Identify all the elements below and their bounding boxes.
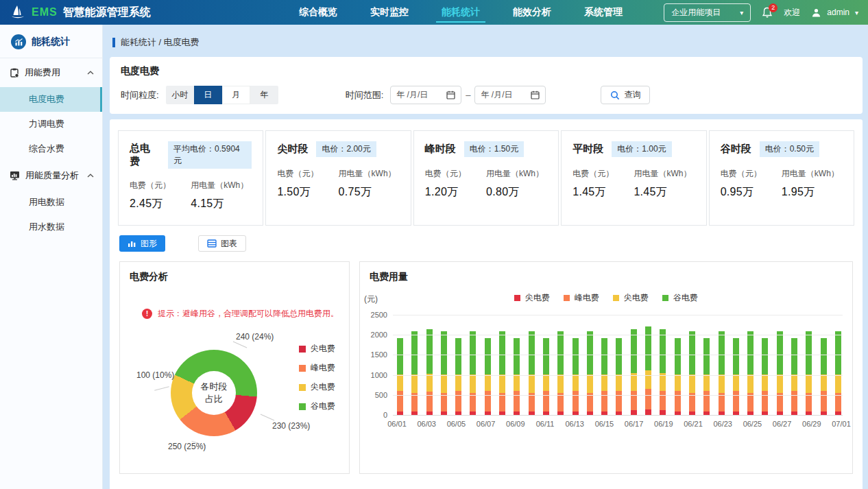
- bar-stack: [747, 331, 754, 416]
- legend-label: 尖电费: [311, 381, 335, 393]
- granularity-day[interactable]: 日: [194, 86, 222, 104]
- start-date-input[interactable]: 年 /月/日: [390, 86, 461, 104]
- legend-item-flat[interactable]: 尖电费: [613, 292, 649, 304]
- legend-item-flat[interactable]: 尖电费: [299, 381, 335, 393]
- welcome-text: 欢迎: [784, 7, 800, 19]
- bar-segment: [411, 374, 418, 393]
- sidebar-group-quality-analysis[interactable]: 用能质量分析: [0, 161, 102, 190]
- donut-label-red: 230 (23%): [272, 421, 310, 431]
- bar-stack: [485, 338, 491, 416]
- legend-item-peak[interactable]: 峰电费: [299, 362, 335, 374]
- bar-segment: [485, 374, 491, 391]
- bar-segment: [616, 374, 622, 391]
- bar-stack: [557, 331, 564, 416]
- bar-segment: [616, 391, 622, 412]
- user-menu[interactable]: admin ▾: [811, 8, 858, 18]
- bar-segment: [529, 331, 535, 375]
- x-tick-label: 06/27: [773, 420, 792, 428]
- granularity-month[interactable]: 月: [222, 86, 250, 104]
- sidebar-item-water-data[interactable]: 用水数据: [0, 215, 102, 239]
- bar-segment: [719, 331, 725, 375]
- user-icon: [811, 8, 821, 18]
- bar-stack: [689, 331, 695, 416]
- sidebar-item-power-factor-fee[interactable]: 力调电费: [0, 112, 102, 136]
- bar-stack: [441, 331, 447, 416]
- bar-stack: [631, 329, 637, 416]
- bar-stack: [529, 331, 535, 416]
- user-chevron-down-icon: ▾: [855, 9, 858, 16]
- usage-value: 1.95万: [782, 185, 843, 200]
- stat-card-total: 总电费 平均电价：0.5904元 电费（元）2.45万 用电量（kWh）4.15…: [118, 130, 263, 226]
- sidebar-group-energy-cost[interactable]: 用能费用: [0, 58, 102, 87]
- bar-stack: [411, 331, 418, 416]
- granularity-hour[interactable]: 小时: [166, 86, 194, 104]
- start-date-placeholder: 年 /月/日: [396, 89, 442, 101]
- stat-title: 峰时段: [425, 143, 456, 156]
- chart-view-button[interactable]: 图形: [119, 235, 165, 252]
- bar-stack: [645, 326, 651, 416]
- bar-segment: [397, 391, 403, 412]
- legend-label: 尖电费: [624, 292, 649, 304]
- bar-segment: [411, 393, 418, 411]
- clipboard-icon: [10, 68, 19, 77]
- legend-item-sharp[interactable]: 尖电费: [299, 343, 335, 355]
- notification-bell[interactable]: 2: [762, 7, 773, 19]
- top-nav: 综合概览 实时监控 能耗统计 能效分析 系统管理: [298, 1, 624, 24]
- nav-energy-statistics[interactable]: 能耗统计: [440, 1, 481, 24]
- usage-value: 0.80万: [486, 185, 547, 200]
- fee-value: 1.50万: [277, 185, 338, 200]
- bar-segment: [470, 393, 476, 411]
- legend-item-valley[interactable]: 谷电费: [299, 401, 335, 412]
- bar-segment: [470, 374, 476, 393]
- legend-item-sharp[interactable]: 尖电费: [514, 292, 550, 304]
- gridline: 2500: [393, 315, 843, 315]
- bar-segment: [557, 374, 564, 393]
- fee-usage-card: 电费用量 (元) 尖电费 峰电费 尖电费 谷电费 06/0106/0306/05…: [359, 261, 853, 474]
- donut-label-green: 240 (24%): [236, 332, 274, 342]
- sidebar-item-electricity-degree-fee[interactable]: 电度电费: [0, 87, 102, 112]
- nav-overview[interactable]: 综合概览: [298, 1, 339, 24]
- project-select[interactable]: 企业用能项目 ▾: [664, 3, 751, 22]
- bar-segment: [645, 389, 651, 409]
- bar-stack: [601, 338, 607, 416]
- usage-value: 0.75万: [339, 185, 400, 200]
- legend-item-valley[interactable]: 谷电费: [662, 292, 698, 304]
- price-badge: 电价：2.00元: [316, 141, 376, 157]
- end-date-input[interactable]: 年 /月/日: [474, 86, 546, 104]
- bar-segment: [689, 331, 695, 375]
- bar-segment: [543, 391, 549, 412]
- bar-segment: [747, 331, 754, 375]
- usage-value: 4.15万: [191, 197, 252, 211]
- bar-segment: [572, 338, 579, 374]
- bar-legend: 尖电费 峰电费 尖电费 谷电费: [360, 292, 852, 304]
- group-label: 用能质量分析: [25, 169, 82, 182]
- bar-segment: [791, 338, 797, 374]
- table-view-button[interactable]: 图表: [198, 235, 246, 252]
- nav-system-management[interactable]: 系统管理: [583, 1, 624, 24]
- x-tick-label: 06/17: [625, 420, 644, 428]
- y-tick-label: 1000: [371, 371, 387, 379]
- chart-view-label: 图形: [141, 238, 157, 250]
- query-button[interactable]: 查询: [601, 86, 650, 104]
- bar-segment: [529, 393, 535, 411]
- gridline: 1500: [393, 355, 843, 355]
- bar-segment: [499, 331, 505, 375]
- granularity-year[interactable]: 年: [250, 86, 278, 104]
- nav-efficiency-analysis[interactable]: 能效分析: [511, 1, 553, 24]
- price-badge: 电价：0.50元: [760, 141, 819, 157]
- breadcrumb-accent-bar: [112, 38, 115, 47]
- x-tick-label: 06/29: [802, 420, 821, 428]
- donut-chart-area: 各时段 占比 240 (24%) 100 (10%) 250 (25%) 230…: [130, 325, 339, 473]
- bar-segment: [675, 338, 681, 374]
- bar-segment: [645, 370, 651, 389]
- sidebar-item-water-fee[interactable]: 综合水费: [0, 136, 102, 161]
- sidebar-item-electricity-data[interactable]: 用电数据: [0, 190, 102, 215]
- fee-value: 0.95万: [721, 185, 782, 200]
- legend-item-peak[interactable]: 峰电费: [564, 292, 599, 304]
- donut-label-yellow: 100 (10%): [136, 370, 174, 380]
- granularity-label: 时间粒度:: [121, 89, 159, 102]
- nav-realtime-monitor[interactable]: 实时监控: [369, 1, 410, 24]
- y-tick-label: 2000: [371, 331, 387, 339]
- bar-segment: [835, 374, 841, 393]
- bar-stack: [762, 338, 768, 416]
